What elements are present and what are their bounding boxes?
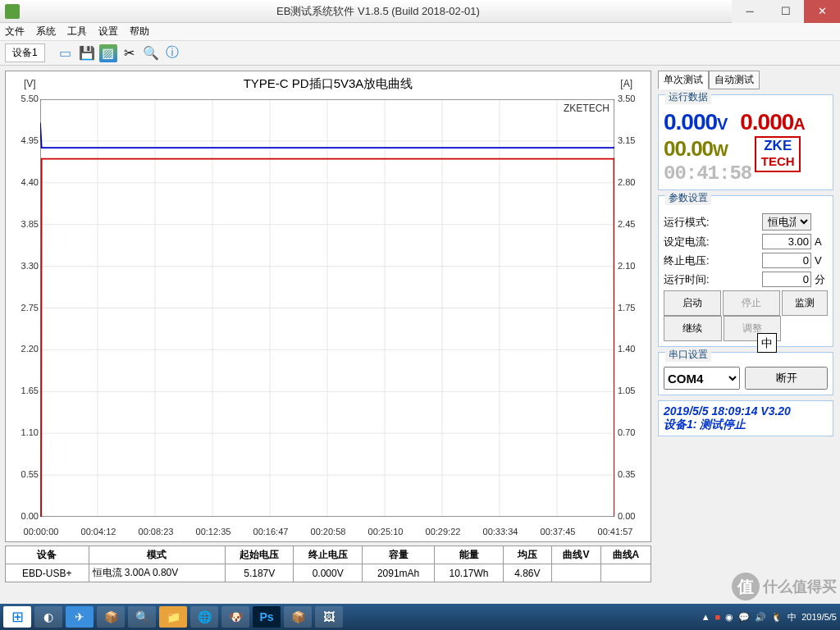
- maximize-button[interactable]: ☐: [768, 0, 804, 23]
- start-button[interactable]: 启动: [664, 290, 721, 316]
- window-titlebar: EB测试系统软件 V1.8.5 (Build 2018-02-01) ─ ☐ ✕: [0, 0, 840, 23]
- status-box: 2019/5/5 18:09:14 V3.20 设备1: 测试停止: [658, 400, 833, 436]
- menu-setting[interactable]: 设置: [98, 25, 118, 39]
- y-left-axis-label: [V]: [24, 78, 36, 89]
- tray-ime[interactable]: 中: [788, 611, 797, 623]
- chart-title: TYPE-C PD插口5V3A放电曲线: [6, 71, 651, 97]
- search-icon[interactable]: 🔍: [142, 44, 160, 62]
- th-endv: 终止电压: [294, 546, 362, 564]
- toolbar: 设备1 ▭ 💾 ▨ ✂ 🔍 ⓘ: [0, 41, 840, 66]
- run-data-title: 运行数据: [665, 90, 711, 104]
- td-mode: 恒电流 3.00A 0.80V: [89, 564, 226, 582]
- td-endv: 0.000V: [294, 564, 362, 582]
- th-device: 设备: [6, 546, 89, 564]
- mode-label: 运行模式:: [664, 215, 759, 230]
- taskbar-app-10[interactable]: 🖼: [315, 606, 343, 628]
- taskbar-app-9[interactable]: 📦: [284, 606, 312, 628]
- menu-bar: 文件 系统 工具 设置 帮助: [0, 23, 840, 41]
- menu-file[interactable]: 文件: [5, 25, 25, 39]
- tray-icon[interactable]: ■: [715, 612, 721, 622]
- taskbar-app-2[interactable]: ✈: [66, 606, 94, 628]
- td-startv: 5.187V: [226, 564, 294, 582]
- tools-icon[interactable]: ✂: [121, 44, 139, 62]
- td-avgv: 4.86V: [503, 564, 551, 582]
- system-tray[interactable]: ▲ ■ ◉ 💬 🔊 🐧 中 2019/5/5: [701, 611, 837, 623]
- display-time: 00:41:58: [664, 162, 751, 185]
- continue-button[interactable]: 继续: [664, 316, 722, 341]
- result-table: 设备 模式 起始电压 终止电压 容量 能量 均压 曲线V 曲线A EBD-USB…: [5, 546, 651, 582]
- status-line1: 2019/5/5 18:09:14 V3.20: [664, 404, 828, 418]
- set-current-label: 设定电流:: [664, 235, 759, 249]
- new-icon[interactable]: ▭: [57, 44, 75, 62]
- td-curvea-swatch: [600, 564, 651, 582]
- param-group: 参数设置 运行模式: 恒电流 设定电流: A 终止电压: V: [658, 195, 833, 347]
- tab-auto-test[interactable]: 自动测试: [709, 71, 760, 89]
- image-icon[interactable]: ▨: [99, 44, 117, 62]
- mode-select[interactable]: 恒电流: [762, 213, 811, 231]
- ime-indicator[interactable]: 中: [757, 333, 777, 353]
- taskbar-app-6[interactable]: 🌐: [190, 606, 218, 628]
- td-energy: 10.17Wh: [435, 564, 503, 582]
- param-title: 参数设置: [665, 191, 711, 205]
- td-device: EBD-USB+: [6, 564, 89, 582]
- info-icon[interactable]: ⓘ: [163, 44, 181, 62]
- com-disconnect-button[interactable]: 断开: [745, 367, 828, 390]
- right-tabs: 单次测试 自动测试: [658, 71, 833, 89]
- end-voltage-input[interactable]: [762, 253, 811, 268]
- set-current-input[interactable]: [762, 234, 811, 249]
- th-capacity: 容量: [362, 546, 434, 564]
- com-group: 串口设置 COM4 断开: [658, 352, 833, 395]
- chart: [V] [A] TYPE-C PD插口5V3A放电曲线 ZKETECH 0.00…: [5, 71, 651, 542]
- run-data-group: 运行数据 0.000V 0.000A 00.00W 00:41:58 ZKE T…: [658, 94, 833, 190]
- display-voltage: 0.000: [664, 109, 717, 135]
- y-right-axis-label: [A]: [620, 78, 632, 89]
- save-icon[interactable]: 💾: [78, 44, 96, 62]
- taskbar-app-5[interactable]: 📁: [159, 606, 187, 628]
- th-startv: 起始电压: [226, 546, 294, 564]
- smzdm-watermark: 值 什么值得买: [732, 573, 837, 600]
- end-voltage-label: 终止电压:: [664, 253, 759, 268]
- run-time-input[interactable]: [762, 272, 811, 287]
- app-icon: [5, 4, 20, 19]
- status-line2: 设备1: 测试停止: [664, 418, 828, 432]
- taskbar-app-4[interactable]: 🔍: [128, 606, 156, 628]
- window-title: EB测试系统软件 V1.8.5 (Build 2018-02-01): [25, 4, 732, 19]
- close-button[interactable]: ✕: [804, 0, 840, 23]
- tray-date[interactable]: 2019/5/5: [801, 612, 837, 622]
- run-time-label: 运行时间:: [664, 272, 759, 287]
- tray-icon[interactable]: ▲: [701, 612, 710, 622]
- tray-icon[interactable]: ◉: [725, 612, 733, 623]
- td-curvev-swatch: [551, 564, 600, 582]
- menu-system[interactable]: 系统: [36, 25, 56, 39]
- tray-icon[interactable]: 🔊: [755, 612, 766, 623]
- tray-icon[interactable]: 🐧: [771, 612, 783, 623]
- menu-help[interactable]: 帮助: [130, 25, 149, 39]
- display-power: 00.00: [664, 136, 713, 161]
- device-tab-1[interactable]: 设备1: [5, 43, 45, 62]
- th-mode: 模式: [89, 546, 226, 564]
- taskbar-app-8[interactable]: Ps: [253, 606, 281, 628]
- minimize-button[interactable]: ─: [732, 0, 768, 23]
- com-select[interactable]: COM4: [664, 367, 740, 390]
- chart-svg: [40, 99, 614, 517]
- th-curvea: 曲线A: [600, 546, 651, 564]
- monitor-button[interactable]: 监测: [782, 290, 828, 316]
- display-current: 0.000: [740, 109, 793, 135]
- taskbar: ⊞ ◐ ✈ 📦 🔍 📁 🌐 🐶 Ps 📦 🖼 ▲ ■ ◉ 💬 🔊 🐧 中 201…: [0, 604, 840, 630]
- taskbar-app-7[interactable]: 🐶: [221, 606, 249, 628]
- taskbar-app-1[interactable]: ◐: [34, 606, 62, 628]
- tray-icon[interactable]: 💬: [738, 612, 750, 623]
- start-button[interactable]: ⊞: [3, 606, 31, 628]
- menu-tool[interactable]: 工具: [67, 25, 87, 39]
- th-avgv: 均压: [503, 546, 551, 564]
- tab-single-test[interactable]: 单次测试: [658, 71, 709, 89]
- com-title: 串口设置: [665, 348, 711, 362]
- th-curvev: 曲线V: [551, 546, 600, 564]
- zketech-logo: ZKE TECH: [755, 136, 801, 172]
- td-capacity: 2091mAh: [362, 564, 434, 582]
- stop-button[interactable]: 停止: [723, 290, 780, 316]
- taskbar-app-3[interactable]: 📦: [97, 606, 125, 628]
- th-energy: 能量: [435, 546, 503, 564]
